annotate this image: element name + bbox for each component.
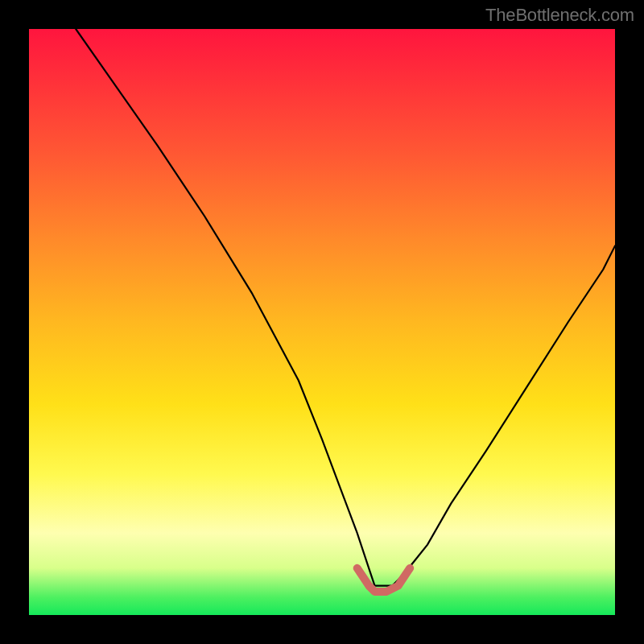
bottleneck-curve: [76, 29, 615, 586]
valley-highlight: [357, 568, 411, 592]
watermark-text: TheBottleneck.com: [485, 5, 634, 26]
plot-area: [29, 29, 615, 615]
plot-svg: [29, 29, 615, 615]
chart-frame: TheBottleneck.com: [0, 0, 644, 644]
